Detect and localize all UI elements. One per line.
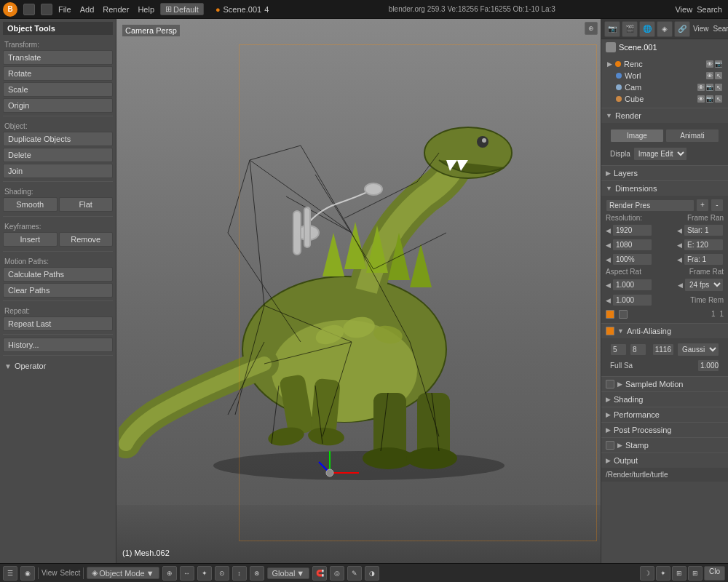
bt-prop-icon[interactable]: ◎: [330, 566, 344, 581]
outliner-item-worl[interactable]: Worl 👁 ↖: [604, 70, 725, 81]
bt-icon-1[interactable]: ☰: [3, 566, 17, 581]
eye-icon-renc[interactable]: 👁: [706, 60, 713, 68]
outliner-item-cam[interactable]: Cam 👁 📷 ↖: [604, 81, 725, 93]
aa-samples-5[interactable]: 5: [610, 343, 627, 356]
duplicate-button[interactable]: Duplicate Objects: [3, 132, 113, 146]
bt-right-1[interactable]: ☽: [640, 566, 654, 581]
aa-checkbox[interactable]: [606, 327, 614, 335]
bt-transform-3[interactable]: ✦: [197, 566, 212, 581]
shading-section-header-rp[interactable]: ▶ Shading: [601, 392, 728, 407]
bt-onion-icon[interactable]: ◑: [365, 566, 379, 581]
preset-add-button[interactable]: +: [696, 199, 709, 212]
smooth-button[interactable]: Smooth: [3, 197, 58, 212]
resolution-row: Resolution: Frame Ran: [606, 214, 724, 222]
eye-icon-cube[interactable]: 👁: [697, 95, 705, 103]
bt-select-label[interactable]: Select: [60, 569, 81, 577]
height-input[interactable]: [612, 239, 652, 251]
rotate-button[interactable]: Rotate: [3, 66, 113, 81]
render-icon-cube[interactable]: 📷: [706, 95, 713, 103]
repeat-last-button[interactable]: Repeat Last: [3, 316, 113, 331]
bt-grease-icon[interactable]: ✎: [347, 566, 362, 581]
bt-view-label[interactable]: View: [41, 569, 58, 577]
rp-view-label[interactable]: View: [693, 25, 709, 33]
aa-samples-8[interactable]: 8: [630, 343, 646, 356]
view-label-top[interactable]: View: [675, 5, 692, 14]
menu-render[interactable]: Render: [103, 5, 129, 14]
divider-5: [3, 300, 113, 301]
outliner-item-cube[interactable]: Cube 👁 📷 ↖: [604, 93, 725, 105]
history-button[interactable]: History...: [3, 338, 113, 352]
cursor-icon-cam[interactable]: ↖: [715, 84, 722, 91]
join-button[interactable]: Join: [3, 164, 113, 178]
bt-right-3[interactable]: ⊞: [672, 566, 687, 581]
object-mode-selector[interactable]: ◈ Object Mode ▼: [87, 567, 159, 579]
bt-transform-4[interactable]: ⊙: [215, 566, 229, 581]
flat-button[interactable]: Flat: [59, 197, 114, 212]
close-btn-vp[interactable]: Clo: [704, 566, 725, 581]
menu-file[interactable]: File: [58, 5, 71, 14]
aa-full-sa-val[interactable]: 1.000: [697, 359, 719, 372]
image-render-button[interactable]: Image: [610, 129, 664, 143]
global-selector[interactable]: Global ▼: [267, 567, 310, 579]
menu-add[interactable]: Add: [80, 5, 95, 14]
eye-icon-worl[interactable]: 👁: [706, 72, 713, 79]
post-processing-header[interactable]: ▶ Post Processing: [601, 423, 728, 437]
nav-icon-2[interactable]: [41, 4, 52, 15]
output-header[interactable]: ▶ Output: [601, 453, 728, 468]
eye-icon-cam[interactable]: 👁: [697, 84, 705, 91]
outliner-item-renc[interactable]: ▶ Renc 👁 📷: [604, 58, 725, 70]
layout-selector[interactable]: ⊞ Default: [160, 3, 204, 15]
aa-filter-type[interactable]: Gaussi: [677, 343, 719, 356]
preset-remove-button[interactable]: -: [711, 199, 724, 212]
cursor-icon-worl[interactable]: ↖: [715, 72, 722, 79]
calculate-paths-button[interactable]: Calculate Paths: [3, 267, 113, 282]
vp-maximize-button[interactable]: ⊕: [585, 22, 598, 35]
dimensions-section-label: Dimensions: [615, 184, 657, 193]
aa-section-header[interactable]: ▼ Anti-Aliasing: [601, 324, 728, 338]
animation-render-button[interactable]: Animati: [665, 129, 719, 143]
rp-icon-scene[interactable]: 🎬: [622, 21, 638, 37]
display-select[interactable]: Image Edit: [633, 147, 687, 161]
scale-button[interactable]: Scale: [3, 82, 113, 97]
bt-right-2[interactable]: ✦: [656, 566, 670, 581]
layers-section-header[interactable]: ▶ Layers: [601, 166, 728, 180]
bt-transform-2[interactable]: ↔: [180, 566, 194, 581]
rp-search-label[interactable]: Search: [713, 25, 729, 33]
performance-section-header[interactable]: ▶ Performance: [601, 407, 728, 422]
translate-button[interactable]: Translate: [3, 50, 113, 65]
fps-select[interactable]: 24 fps: [684, 278, 724, 292]
menu-help[interactable]: Help: [138, 5, 154, 14]
insert-button[interactable]: Insert: [3, 232, 58, 247]
bt-icon-2[interactable]: ◉: [20, 566, 35, 581]
render-icon-cam[interactable]: 📷: [706, 84, 713, 91]
checkbox-1[interactable]: [606, 310, 614, 319]
origin-button[interactable]: Origin: [3, 98, 113, 113]
bt-transform-5[interactable]: ↕: [232, 566, 247, 581]
bt-right-4[interactable]: ⊞: [688, 566, 703, 581]
dimensions-section-header[interactable]: ▼ Dimensions: [601, 181, 728, 196]
rp-icon-object[interactable]: ◈: [657, 21, 673, 37]
rp-icon-camera[interactable]: 📷: [604, 21, 620, 37]
camera-icon-renc[interactable]: 📷: [715, 60, 722, 68]
render-preset[interactable]: Render Pres: [606, 199, 695, 212]
sm-checkbox[interactable]: [606, 380, 614, 388]
rp-icon-world[interactable]: 🌐: [639, 21, 655, 37]
stamp-header[interactable]: ▶ Stamp: [601, 438, 728, 453]
remove-button[interactable]: Remove: [59, 232, 114, 247]
cursor-icon-cube[interactable]: ↖: [715, 95, 722, 103]
checkbox-2[interactable]: [619, 310, 628, 319]
clear-paths-button[interactable]: Clear Paths: [3, 283, 113, 298]
bt-transform-1[interactable]: ⊕: [162, 566, 177, 581]
stamp-checkbox[interactable]: [606, 441, 614, 450]
viewport[interactable]: Camera Persp: [116, 19, 601, 563]
rp-icon-constraint[interactable]: 🔗: [674, 21, 690, 37]
sampled-motion-header[interactable]: ▶ Sampled Motion: [601, 377, 728, 391]
delete-button[interactable]: Delete: [3, 148, 113, 162]
aa-filter-val[interactable]: 1116: [652, 343, 674, 356]
render-section-header[interactable]: ▼ Render: [601, 108, 728, 123]
bt-transform-6[interactable]: ⊗: [250, 566, 264, 581]
bt-snap-icon[interactable]: 🧲: [312, 566, 327, 581]
width-input[interactable]: [612, 224, 652, 236]
search-label-top[interactable]: Search: [697, 5, 722, 14]
nav-icon-1[interactable]: [23, 4, 35, 15]
